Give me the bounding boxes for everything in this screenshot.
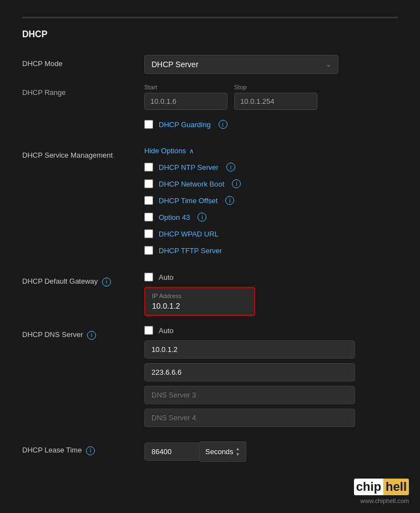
dhcp-tftp-server-checkbox[interactable]	[144, 246, 153, 255]
lease-time-input[interactable]	[144, 442, 200, 461]
range-stop-group: Stop	[234, 84, 317, 110]
dhcp-dns-server-label: DHCP DNS Server i	[22, 326, 144, 340]
dhcp-lease-time-info-icon[interactable]: i	[86, 446, 95, 455]
dns-auto-label: Auto	[159, 326, 174, 335]
dns-auto-checkbox[interactable]	[144, 326, 153, 335]
dhcp-dns-server-control: Auto	[144, 326, 398, 431]
arrow-up-icon: ∧	[189, 147, 194, 155]
dhcp-guarding-checkbox[interactable]	[144, 120, 153, 129]
dhcp-dns-server-row: DHCP DNS Server i Auto	[22, 326, 398, 431]
range-stop-label: Stop	[234, 84, 317, 90]
dns-server-1-input[interactable]	[144, 340, 355, 359]
logo-hell-text: hell	[383, 479, 409, 495]
watermark-site-url: www.chiphell.com	[361, 497, 409, 504]
dhcp-lease-time-row: DHCP Lease Time i Seconds ▲ ▼	[22, 441, 398, 462]
lease-unit-display: Seconds ▲ ▼	[200, 441, 246, 462]
hide-options-text: Hide Options	[144, 147, 186, 155]
dhcp-mode-dropdown[interactable]: DHCP Server ⌄	[144, 55, 338, 74]
dns-server-3-input[interactable]	[144, 386, 355, 404]
dhcp-network-boot-label: DHCP Network Boot	[159, 180, 224, 188]
gateway-auto-row: Auto	[144, 273, 398, 281]
dhcp-guarding-checkbox-label: DHCP Guarding	[159, 120, 211, 129]
spinner-arrows-icon[interactable]: ▲ ▼	[236, 446, 240, 457]
dhcp-range-row: DHCP Range Start Stop	[22, 84, 398, 110]
dhcp-ntp-server-checkbox[interactable]	[144, 163, 153, 172]
dhcp-time-offset-checkbox[interactable]	[144, 196, 153, 205]
hide-options-link[interactable]: Hide Options ∧	[144, 147, 398, 155]
spinner-down-arrow: ▼	[236, 452, 240, 457]
range-start-group: Start	[144, 84, 227, 110]
dhcp-time-offset-label: DHCP Time Offset	[159, 197, 217, 205]
dhcp-mode-row: DHCP Mode DHCP Server ⌄	[22, 55, 398, 74]
dhcp-mode-value: DHCP Server	[151, 60, 199, 69]
dhcp-wpad-url-row: DHCP WPAD URL	[144, 229, 398, 238]
gateway-auto-label: Auto	[159, 273, 174, 281]
chiphell-logo: chip hell	[354, 479, 409, 495]
lease-input-row: Seconds ▲ ▼	[144, 441, 398, 462]
dhcp-guarding-row: DHCP Guarding i	[22, 120, 398, 137]
dhcp-default-gateway-control: Auto IP Address 10.0.1.2	[144, 273, 398, 316]
dhcp-service-management-row: DHCP Service Management Hide Options ∧ D…	[22, 147, 398, 263]
option-43-row: Option 43 i	[144, 213, 398, 222]
dhcp-default-gateway-row: DHCP Default Gateway i Auto IP Address 1…	[22, 273, 398, 316]
gateway-ip-address-label: IP Address	[152, 293, 247, 299]
dhcp-ntp-server-row: DHCP NTP Server i	[144, 163, 398, 172]
range-stop-input[interactable]	[234, 93, 317, 110]
dns-auto-row: Auto	[144, 326, 398, 335]
page-title: DHCP	[22, 29, 398, 39]
dhcp-network-boot-checkbox[interactable]	[144, 179, 153, 188]
dhcp-guarding-control: DHCP Guarding i	[144, 120, 398, 137]
gateway-ip-address-value[interactable]: 10.0.1.2	[152, 301, 247, 310]
dhcp-service-mgmt-label: DHCP Service Management	[22, 147, 144, 159]
dhcp-dns-server-info-icon[interactable]: i	[87, 331, 96, 340]
dhcp-network-boot-row: DHCP Network Boot i	[144, 179, 398, 188]
watermark: chip hell www.chiphell.com	[354, 479, 409, 504]
lease-unit-label: Seconds	[205, 447, 234, 456]
dhcp-ntp-server-label: DHCP NTP Server	[159, 163, 219, 172]
gateway-auto-checkbox[interactable]	[144, 273, 153, 281]
range-start-label: Start	[144, 84, 227, 90]
dns-server-4-input[interactable]	[144, 409, 355, 427]
dhcp-guarding-label-empty	[22, 120, 144, 124]
dhcp-lease-time-control: Seconds ▲ ▼	[144, 441, 398, 462]
dhcp-time-offset-row: DHCP Time Offset i	[144, 196, 398, 205]
dhcp-guarding-checkbox-row: DHCP Guarding i	[144, 120, 398, 129]
range-start-input[interactable]	[144, 93, 227, 110]
option-43-info-icon[interactable]: i	[198, 213, 206, 222]
dhcp-guarding-info-icon[interactable]: i	[219, 120, 227, 129]
spinner-up-arrow: ▲	[236, 446, 240, 451]
dhcp-range-label: DHCP Range	[22, 84, 144, 97]
chevron-down-icon: ⌄	[326, 61, 331, 68]
dhcp-mode-control: DHCP Server ⌄	[144, 55, 398, 74]
dhcp-ntp-server-info-icon[interactable]: i	[226, 163, 235, 172]
dhcp-lease-time-label: DHCP Lease Time i	[22, 441, 144, 455]
dns-server-2-input[interactable]	[144, 363, 355, 381]
dhcp-range-control: Start Stop	[144, 84, 398, 110]
dhcp-tftp-server-label: DHCP TFTP Server	[159, 247, 222, 255]
dhcp-tftp-server-row: DHCP TFTP Server	[144, 246, 398, 255]
dhcp-mode-label: DHCP Mode	[22, 55, 144, 68]
dhcp-default-gateway-label: DHCP Default Gateway i	[22, 273, 144, 286]
options-list: DHCP NTP Server i DHCP Network Boot i DH…	[144, 163, 398, 263]
dhcp-wpad-url-label: DHCP WPAD URL	[159, 230, 219, 238]
logo-chip-text: chip	[354, 479, 383, 495]
range-inputs: Start Stop	[144, 84, 398, 110]
option-43-label: Option 43	[159, 213, 190, 222]
dhcp-time-offset-info-icon[interactable]: i	[225, 196, 234, 205]
dhcp-service-mgmt-control: Hide Options ∧ DHCP NTP Server i DHCP Ne…	[144, 147, 398, 263]
gateway-ip-input-box: IP Address 10.0.1.2	[144, 287, 255, 316]
dhcp-wpad-url-checkbox[interactable]	[144, 229, 153, 238]
dhcp-network-boot-info-icon[interactable]: i	[232, 179, 241, 188]
dhcp-default-gateway-info-icon[interactable]: i	[102, 278, 111, 286]
option-43-checkbox[interactable]	[144, 213, 153, 222]
